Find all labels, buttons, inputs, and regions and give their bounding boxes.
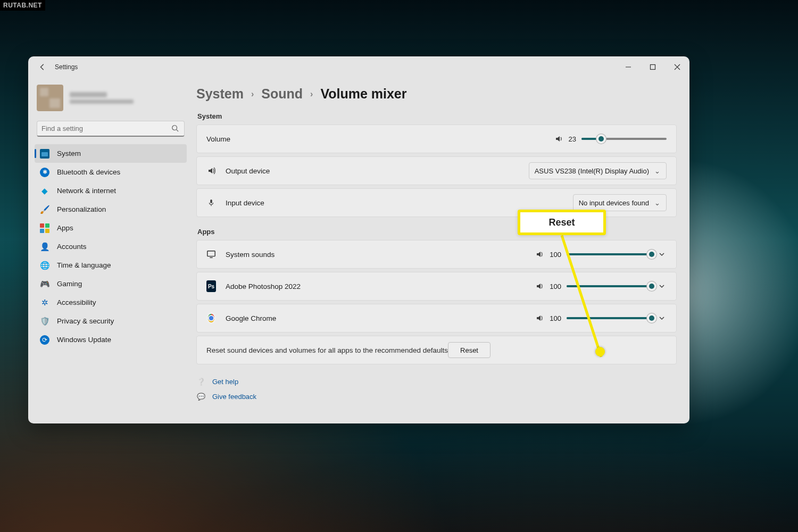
expand-button[interactable] xyxy=(657,281,667,291)
sidebar-item-accounts[interactable]: 👤 Accounts xyxy=(35,237,187,256)
settings-window: Settings System xyxy=(28,56,689,423)
sidebar-item-network[interactable]: ◆ Network & internet xyxy=(35,181,187,200)
sidebar: System ✱ Bluetooth & devices ◆ Network &… xyxy=(28,78,193,423)
input-device-dropdown[interactable]: No input devices found ⌄ xyxy=(573,194,667,211)
sidebar-item-label: Privacy & security xyxy=(57,317,182,325)
output-icon xyxy=(206,166,216,176)
chrome-icon xyxy=(206,313,216,323)
output-device-dropdown[interactable]: ASUS VS238 (Intel(R) Display Audio) ⌄ xyxy=(529,162,667,179)
sidebar-item-privacy[interactable]: 🛡️ Privacy & security xyxy=(35,312,187,330)
system-icon xyxy=(40,149,49,159)
sidebar-item-apps[interactable]: Apps xyxy=(35,219,187,237)
profile-text xyxy=(70,92,134,104)
breadcrumb-system[interactable]: System xyxy=(196,86,244,102)
feedback-icon: 💬 xyxy=(196,392,206,401)
sidebar-item-label: Accessibility xyxy=(57,298,182,306)
sidebar-item-label: Windows Update xyxy=(57,336,182,344)
reset-button[interactable]: Reset xyxy=(448,342,491,358)
search-field[interactable] xyxy=(41,124,171,132)
annotation-dot xyxy=(595,347,605,356)
output-device-label: Output device xyxy=(226,167,270,175)
speaker-icon[interactable] xyxy=(535,281,544,291)
volume-value: 23 xyxy=(569,135,576,143)
section-heading-system: System xyxy=(197,112,677,120)
search-icon xyxy=(171,124,180,133)
sidebar-item-accessibility[interactable]: ✲ Accessibility xyxy=(35,293,187,312)
person-icon: 👤 xyxy=(40,242,49,252)
sidebar-item-gaming[interactable]: 🎮 Gaming xyxy=(35,275,187,293)
svg-rect-2 xyxy=(210,200,212,203)
app-volume-value: 100 xyxy=(550,282,561,290)
output-device-value: ASUS VS238 (Intel(R) Display Audio) xyxy=(535,167,649,175)
volume-card: Volume 23 xyxy=(196,124,677,153)
sidebar-item-label: Network & internet xyxy=(57,187,182,195)
volume-slider[interactable] xyxy=(581,138,667,140)
breadcrumb-sound[interactable]: Sound xyxy=(261,86,303,102)
chevron-down-icon: ⌄ xyxy=(654,199,661,207)
globe-icon: 🌐 xyxy=(40,261,49,270)
expand-button[interactable] xyxy=(657,313,667,323)
microphone-icon xyxy=(206,198,216,207)
speaker-icon[interactable] xyxy=(535,250,544,259)
sidebar-item-personalization[interactable]: 🖌️ Personalization xyxy=(35,200,187,219)
window-title: Settings xyxy=(55,63,78,71)
wifi-icon: ◆ xyxy=(40,186,49,196)
app-volume-slider[interactable] xyxy=(567,253,652,255)
speaker-icon[interactable] xyxy=(535,313,544,323)
sidebar-item-system[interactable]: System xyxy=(35,144,187,163)
main-content: System › Sound › Volume mixer System Vol… xyxy=(193,78,689,423)
app-name: Adobe Photoshop 2022 xyxy=(226,282,301,290)
back-button[interactable] xyxy=(34,58,52,76)
nav-list: System ✱ Bluetooth & devices ◆ Network &… xyxy=(35,144,187,349)
minimize-button[interactable] xyxy=(616,58,641,76)
breadcrumb: System › Sound › Volume mixer xyxy=(196,86,677,102)
sidebar-item-label: Personalization xyxy=(57,205,182,213)
annotation-callout: Reset xyxy=(518,210,606,235)
expand-button[interactable] xyxy=(657,250,667,259)
speaker-icon[interactable] xyxy=(554,134,563,144)
give-feedback-link[interactable]: Give feedback xyxy=(212,393,256,401)
input-device-value: No input devices found xyxy=(579,199,649,207)
sidebar-item-label: Bluetooth & devices xyxy=(57,168,182,176)
search-input[interactable] xyxy=(37,121,185,137)
profile-block[interactable] xyxy=(35,83,187,112)
chevron-right-icon: › xyxy=(251,89,254,99)
svg-rect-0 xyxy=(651,65,655,70)
sidebar-item-label: Accounts xyxy=(57,243,182,251)
maximize-button[interactable] xyxy=(641,58,665,76)
app-volume-slider[interactable] xyxy=(567,317,652,319)
sidebar-item-label: Time & language xyxy=(57,261,182,269)
app-name: System sounds xyxy=(226,251,275,259)
breadcrumb-current: Volume mixer xyxy=(320,86,406,102)
photoshop-icon: Ps xyxy=(206,281,216,291)
sidebar-item-label: Apps xyxy=(57,224,182,232)
annotation-label: Reset xyxy=(548,217,575,228)
sidebar-item-label: System xyxy=(57,149,182,157)
sidebar-item-bluetooth[interactable]: ✱ Bluetooth & devices xyxy=(35,163,187,181)
chevron-down-icon: ⌄ xyxy=(654,167,661,175)
volume-label: Volume xyxy=(206,135,230,143)
gaming-icon: 🎮 xyxy=(40,279,49,289)
accessibility-icon: ✲ xyxy=(40,298,49,307)
svg-point-1 xyxy=(172,125,177,130)
close-button[interactable] xyxy=(665,58,689,76)
app-name: Google Chrome xyxy=(226,314,276,322)
app-volume-row: System sounds 100 xyxy=(196,240,677,269)
app-volume-value: 100 xyxy=(550,251,561,259)
footer-links: ❔ Get help 💬 Give feedback xyxy=(196,374,677,404)
chevron-right-icon: › xyxy=(310,89,313,99)
reset-description: Reset sound devices and volumes for all … xyxy=(206,346,448,354)
app-volume-value: 100 xyxy=(550,314,561,322)
titlebar: Settings xyxy=(28,56,689,78)
svg-rect-3 xyxy=(207,251,215,256)
update-icon: ⟳ xyxy=(40,335,49,345)
sidebar-item-time-language[interactable]: 🌐 Time & language xyxy=(35,256,187,275)
monitor-icon xyxy=(206,250,216,259)
get-help-link[interactable]: Get help xyxy=(212,378,238,386)
app-volume-row: Google Chrome 100 xyxy=(196,304,677,332)
sidebar-item-windows-update[interactable]: ⟳ Windows Update xyxy=(35,330,187,349)
input-device-label: Input device xyxy=(226,199,264,207)
app-volume-row: Ps Adobe Photoshop 2022 100 xyxy=(196,272,677,301)
help-icon: ❔ xyxy=(196,377,206,386)
sidebar-item-label: Gaming xyxy=(57,280,182,288)
